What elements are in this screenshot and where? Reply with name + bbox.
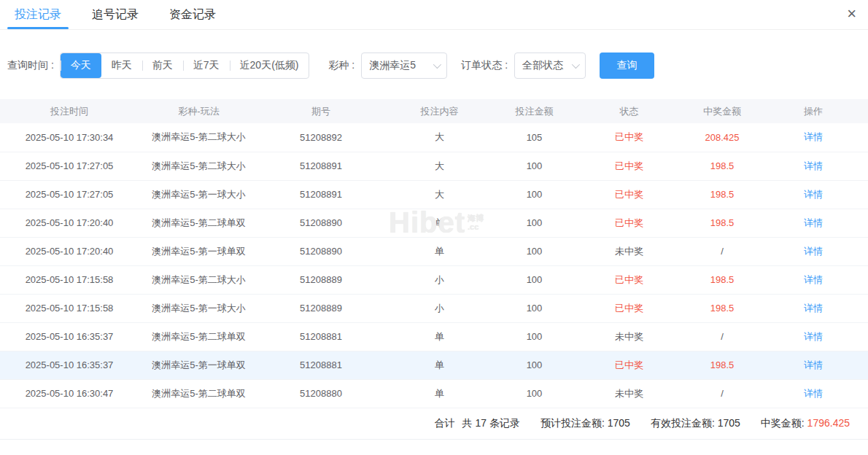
cell-prize-amount: 208.425 bbox=[686, 123, 759, 152]
cell-bet-content: 大 bbox=[383, 152, 496, 180]
lottery-select[interactable]: 澳洲幸运5 bbox=[361, 52, 447, 79]
cell-bet-amount: 100 bbox=[496, 209, 573, 237]
cell-prize-amount: 198.5 bbox=[686, 180, 759, 209]
cell-bet-amount: 100 bbox=[496, 237, 573, 265]
tabs: 投注记录 追号记录 资金记录 bbox=[15, 0, 216, 29]
cell-action: 详情 bbox=[759, 265, 868, 294]
cell-status: 已中奖 bbox=[573, 351, 686, 379]
cell-bet-amount: 100 bbox=[496, 294, 573, 322]
cell-game-play: 澳洲幸运5-第二球单双 bbox=[139, 379, 259, 408]
cell-game-play: 澳洲幸运5-第二球单双 bbox=[139, 209, 259, 237]
detail-link[interactable]: 详情 bbox=[804, 189, 823, 200]
cell-bet-content: 单 bbox=[383, 209, 496, 237]
summary-expected-value: 1705 bbox=[608, 417, 630, 429]
time-filter-option[interactable]: 前天 bbox=[142, 53, 183, 78]
detail-link[interactable]: 详情 bbox=[804, 217, 823, 228]
time-filter-option[interactable]: 昨天 bbox=[101, 53, 142, 78]
cell-game-play: 澳洲幸运5-第一球大小 bbox=[139, 294, 259, 322]
cell-status: 已中奖 bbox=[573, 294, 686, 322]
filter-bar: 查询时间 : 今天 昨天 前天 近7天 近20天 bbox=[7, 52, 868, 79]
cell-status: 已中奖 bbox=[573, 152, 686, 180]
cell-prize-amount: 198.5 bbox=[686, 265, 759, 294]
tab-active-underline bbox=[7, 27, 69, 29]
time-filter-label: 查询时间 : bbox=[7, 59, 54, 72]
column-header: 中奖金额 bbox=[686, 99, 759, 123]
summary-valid-label: 有效投注金额: bbox=[651, 417, 715, 429]
order-status-select[interactable]: 全部状态 bbox=[514, 52, 586, 79]
cell-prize-amount: / bbox=[686, 379, 759, 408]
table-row: 2025-05-10 16:30:47 澳洲幸运5-第二球单双 51208880… bbox=[0, 379, 868, 408]
tab-label: 投注记录 bbox=[15, 7, 61, 23]
lottery-filter-label: 彩种 : bbox=[328, 59, 354, 72]
cell-status: 未中奖 bbox=[573, 237, 686, 265]
column-header: 投注金额 bbox=[496, 99, 573, 123]
time-filter-option-label: 近7天 bbox=[193, 59, 220, 72]
order-status-filter-label: 订单状态 : bbox=[461, 59, 508, 72]
time-filter-option-label: 今天 bbox=[71, 59, 91, 72]
cell-game-play: 澳洲幸运5-第二球大小 bbox=[139, 265, 259, 294]
cell-action: 详情 bbox=[759, 209, 868, 237]
cell-bet-content: 小 bbox=[383, 265, 496, 294]
table-header-row: 投注时间 彩种-玩法 期号 投注内容 投注金额 状态 中奖金额 操作 bbox=[0, 99, 868, 123]
summary-total-label: 合计 bbox=[435, 417, 455, 429]
summary-prize: 中奖金额: 1796.425 bbox=[761, 417, 850, 430]
cell-game-play: 澳洲幸运5-第一球单双 bbox=[139, 351, 259, 379]
column-header: 投注内容 bbox=[383, 99, 496, 123]
cell-action: 详情 bbox=[759, 322, 868, 351]
tab[interactable]: 投注记录 bbox=[15, 0, 61, 29]
summary-expected: 预计投注金额: 1705 bbox=[540, 417, 630, 430]
time-filter-option-label: 昨天 bbox=[112, 59, 132, 72]
cell-bet-time: 2025-05-10 16:35:37 bbox=[0, 322, 139, 351]
cell-prize-amount: 198.5 bbox=[686, 351, 759, 379]
cell-status: 已中奖 bbox=[573, 209, 686, 237]
table-body: 2025-05-10 17:30:34 澳洲幸运5-第二球大小 51208892… bbox=[0, 123, 868, 408]
cell-prize-amount: / bbox=[686, 322, 759, 351]
summary-total: 合计共 17 条记录 bbox=[435, 417, 520, 430]
cell-issue-number: 51208891 bbox=[259, 180, 383, 209]
cell-status: 已中奖 bbox=[573, 265, 686, 294]
cell-issue-number: 51208890 bbox=[259, 209, 383, 237]
table-row: 2025-05-10 17:20:40 澳洲幸运5-第二球单双 51208890… bbox=[0, 209, 868, 237]
cell-bet-amount: 100 bbox=[496, 322, 573, 351]
records-table: 投注时间 彩种-玩法 期号 投注内容 投注金额 状态 中奖金额 操作 bbox=[0, 99, 868, 408]
cell-bet-time: 2025-05-10 16:30:47 bbox=[0, 379, 139, 408]
time-filter-option[interactable]: 今天 bbox=[61, 53, 101, 78]
cell-prize-amount: 198.5 bbox=[686, 152, 759, 180]
column-header: 彩种-玩法 bbox=[139, 99, 259, 123]
time-filter-option[interactable]: 近7天 bbox=[183, 53, 230, 78]
detail-link[interactable]: 详情 bbox=[804, 160, 823, 171]
cell-issue-number: 51208881 bbox=[259, 351, 383, 379]
column-header: 状态 bbox=[573, 99, 686, 123]
time-filter-option[interactable]: 近20天(低频) bbox=[230, 53, 309, 78]
detail-link[interactable]: 详情 bbox=[804, 331, 823, 342]
cell-game-play: 澳洲幸运5-第二球单双 bbox=[139, 322, 259, 351]
search-button[interactable]: 查询 bbox=[600, 52, 654, 79]
close-icon[interactable]: × bbox=[847, 6, 856, 22]
time-filter-group: 今天 昨天 前天 近7天 近20天(低频) bbox=[60, 52, 310, 79]
cell-bet-amount: 100 bbox=[496, 379, 573, 408]
detail-link[interactable]: 详情 bbox=[804, 274, 823, 285]
detail-link[interactable]: 详情 bbox=[804, 359, 823, 370]
cell-action: 详情 bbox=[759, 294, 868, 322]
detail-link[interactable]: 详情 bbox=[804, 303, 823, 314]
detail-link[interactable]: 详情 bbox=[804, 131, 823, 142]
detail-link[interactable]: 详情 bbox=[804, 246, 823, 257]
cell-bet-content: 单 bbox=[383, 351, 496, 379]
cell-status: 未中奖 bbox=[573, 322, 686, 351]
summary-expected-label: 预计投注金额: bbox=[540, 417, 605, 429]
cell-bet-amount: 100 bbox=[496, 152, 573, 180]
tab[interactable]: 资金记录 bbox=[169, 0, 216, 29]
cell-action: 详情 bbox=[759, 180, 868, 209]
tab-label: 追号记录 bbox=[92, 7, 139, 23]
chevron-down-icon bbox=[433, 61, 441, 69]
detail-link[interactable]: 详情 bbox=[804, 388, 823, 399]
cell-bet-time: 2025-05-10 17:30:34 bbox=[0, 123, 139, 152]
cell-issue-number: 51208891 bbox=[259, 152, 383, 180]
summary-prize-value: 1796.425 bbox=[807, 417, 850, 429]
summary-count: 共 17 条记录 bbox=[462, 417, 520, 429]
chevron-down-icon bbox=[572, 61, 580, 69]
cell-bet-time: 2025-05-10 17:27:05 bbox=[0, 180, 139, 209]
cell-action: 详情 bbox=[759, 152, 868, 180]
tab[interactable]: 追号记录 bbox=[92, 0, 139, 29]
time-filter-option-label: 前天 bbox=[152, 59, 173, 72]
